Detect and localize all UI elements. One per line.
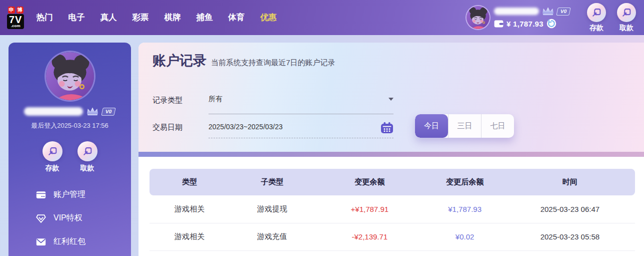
deposit-icon	[42, 141, 62, 161]
col-header-time: 时间	[505, 169, 635, 195]
deposit-button[interactable]: 存款	[42, 141, 62, 173]
sidebar-item-label: VIP特权	[54, 213, 82, 223]
page-title: 账户记录	[152, 52, 206, 70]
cell-type: 游戏相关	[150, 195, 230, 223]
avatar-illustration	[466, 6, 490, 29]
table-header-row: 类型 子类型 变更余额 变更后余额 时间	[150, 169, 635, 195]
record-type-label: 记录类型	[152, 95, 208, 114]
top-navbar: 申 博 7V .com 热门 电子 真人 彩票 棋牌 捕鱼 体育 优惠	[0, 0, 644, 35]
sidebar-user-row: V0	[8, 107, 131, 116]
date-range-value: 2025/03/23~2025/03/23	[208, 123, 282, 131]
main-nav: 热门 电子 真人 彩票 棋牌 捕鱼 体育 优惠	[36, 12, 276, 23]
vip-level-badge: V0	[102, 108, 116, 116]
username-blurred	[24, 107, 83, 116]
col-header-type: 类型	[150, 169, 230, 195]
wallet-icon	[494, 20, 504, 28]
date-range-buttons: 今日 三日 七日	[415, 114, 514, 138]
cell-time: 2025-03-23 05:58	[505, 223, 635, 250]
withdraw-icon	[617, 3, 636, 22]
col-header-subtype: 子类型	[230, 169, 314, 195]
page-subtitle: 当前系统支持查询最近7日的账户记录	[211, 58, 335, 68]
withdraw-button[interactable]: 取款	[78, 141, 98, 173]
nav-item-hot[interactable]: 热门	[36, 12, 52, 23]
range-button-today[interactable]: 今日	[415, 114, 448, 138]
range-button-3days[interactable]: 三日	[448, 114, 481, 138]
record-type-select[interactable]: 所有	[208, 95, 394, 114]
sidebar-item-label: 账户管理	[54, 189, 86, 200]
table-row: 游戏相关 游戏充值 -¥2,139.71 ¥0.02 2025-03-23 05…	[150, 223, 635, 250]
records-table-section: 类型 子类型 变更余额 变更后余额 时间 游戏相关 游戏提现 +¥1,787.9…	[138, 157, 644, 251]
nav-item-promo[interactable]: 优惠	[260, 12, 276, 23]
withdraw-label: 取款	[620, 24, 634, 33]
withdraw-label: 取款	[80, 164, 94, 173]
cell-after-balance: ¥1,787.93	[425, 195, 505, 223]
deposit-label: 存款	[590, 24, 604, 33]
deposit-icon	[587, 3, 606, 22]
sidebar-item-label: 红利红包	[54, 236, 86, 247]
sidebar-item-bonus-redpacket[interactable]: 红利红包	[8, 230, 131, 253]
avatar[interactable]	[466, 6, 490, 29]
chevron-down-icon	[388, 98, 394, 101]
cell-time: 2025-03-23 06:47	[505, 195, 635, 223]
main-panel: 账户记录 当前系统支持查询最近7日的账户记录 记录类型 所有 交易日期 2025…	[138, 43, 644, 256]
cell-after-balance: ¥0.02	[425, 223, 505, 250]
deposit-label: 存款	[46, 164, 60, 173]
sidebar-menu: 账户管理 VIP特权 红利红包	[8, 183, 131, 253]
brand-box: 7V .com	[7, 14, 24, 29]
nav-item-fishing[interactable]: 捕鱼	[196, 12, 212, 23]
nav-item-sports[interactable]: 体育	[228, 12, 244, 23]
deposit-button[interactable]: 存款	[587, 3, 606, 33]
refresh-balance-icon[interactable]	[546, 19, 556, 29]
vip-crown-icon	[86, 107, 99, 116]
card-icon	[36, 189, 46, 200]
avatar[interactable]	[46, 52, 94, 100]
nav-item-board[interactable]: 棋牌	[164, 12, 180, 23]
header-user-info: V0 ¥ 1,787.93	[494, 7, 570, 29]
records-table: 类型 子类型 变更余额 变更后余额 时间 游戏相关 游戏提现 +¥1,787.9…	[150, 169, 635, 251]
sidebar-actions: 存款 取款	[8, 141, 131, 173]
range-button-7days[interactable]: 七日	[481, 114, 514, 138]
sidebar-item-vip-privileges[interactable]: VIP特权	[8, 206, 131, 230]
cell-subtype: 游戏提现	[230, 195, 314, 223]
withdraw-button[interactable]: 取款	[617, 3, 636, 33]
cell-change-amount: -¥2,139.71	[314, 223, 424, 250]
brand-badges: 申 博	[8, 7, 24, 14]
nav-item-live[interactable]: 真人	[100, 12, 116, 23]
table-row: 游戏相关 游戏提现 +¥1,787.91 ¥1,787.93 2025-03-2…	[150, 195, 635, 223]
cell-subtype: 游戏充值	[230, 223, 314, 250]
cell-type: 游戏相关	[150, 223, 230, 250]
nav-item-lottery[interactable]: 彩票	[132, 12, 148, 23]
sidebar-item-account-management[interactable]: 账户管理	[8, 183, 131, 206]
brand-tld: .com	[9, 24, 22, 28]
header-user-cluster: V0 ¥ 1,787.93	[466, 3, 636, 33]
brand-name: 7V	[9, 15, 22, 25]
brand-logo[interactable]: 申 博 7V .com	[7, 7, 24, 29]
date-range-label: 交易日期	[152, 122, 208, 138]
header-actions: 存款 取款	[587, 3, 636, 33]
calendar-icon[interactable]	[380, 122, 394, 134]
last-login-text: 最后登入2025-03-23 17:56	[8, 121, 131, 130]
brand-badge-right: 博	[16, 7, 24, 14]
balance-amount: ¥ 1,787.93	[506, 20, 544, 28]
sidebar: V0 最后登入2025-03-23 17:56 存款 取款	[8, 43, 131, 256]
vip-gem-icon	[36, 213, 46, 224]
brand-badge-left: 申	[8, 7, 15, 14]
cell-change-amount: +¥1,787.91	[314, 195, 424, 223]
withdraw-icon	[78, 141, 98, 161]
avatar-illustration	[46, 52, 94, 100]
filter-section: 账户记录 当前系统支持查询最近7日的账户记录 记录类型 所有 交易日期 2025…	[138, 43, 644, 152]
envelope-icon	[36, 236, 46, 247]
section-divider	[138, 152, 644, 157]
nav-item-slots[interactable]: 电子	[68, 12, 84, 23]
username-blurred	[494, 8, 539, 15]
vip-level-badge: V0	[556, 8, 571, 16]
date-range-input[interactable]: 2025/03/23~2025/03/23	[208, 122, 394, 138]
vip-crown-icon	[542, 7, 554, 16]
col-header-change: 变更余额	[314, 169, 424, 195]
record-type-value: 所有	[208, 95, 222, 104]
col-header-after-balance: 变更后余额	[425, 169, 505, 195]
